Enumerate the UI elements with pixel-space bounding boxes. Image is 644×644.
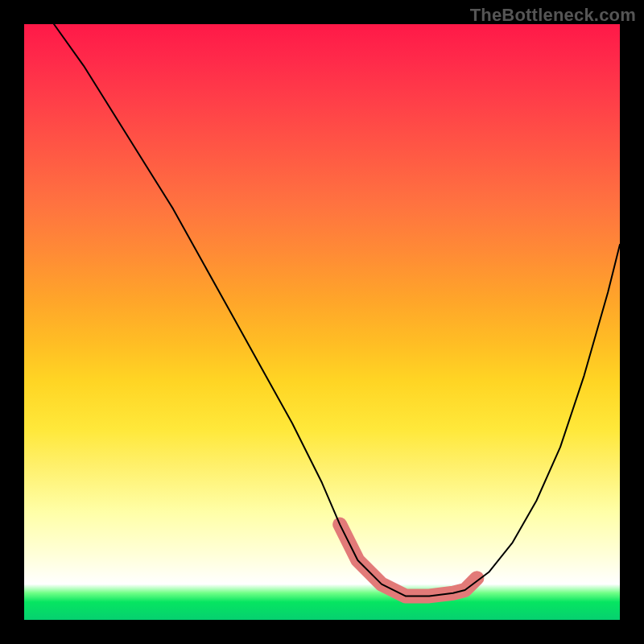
- curve-line: [54, 24, 620, 596]
- watermark-label: TheBottleneck.com: [470, 5, 636, 26]
- highlight-stroke: [340, 525, 477, 597]
- chart-svg: [24, 24, 620, 620]
- chart-plot-area: [24, 24, 620, 620]
